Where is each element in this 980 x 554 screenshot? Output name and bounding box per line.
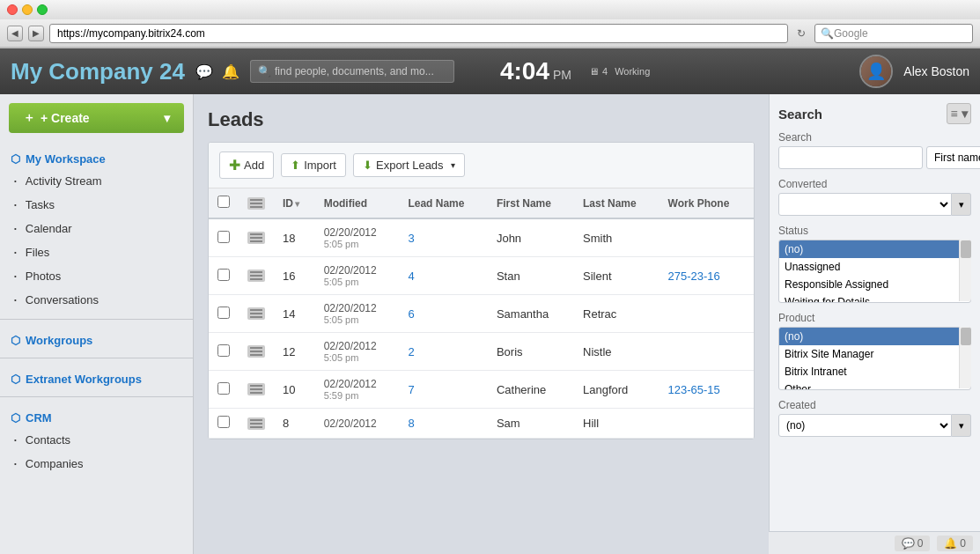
row-menu-button[interactable] (247, 270, 265, 282)
lead-name-link[interactable]: 4 (408, 270, 414, 283)
sidebar-item-crm[interactable]: ⬡ CRM (0, 404, 193, 428)
converted-select[interactable] (778, 193, 952, 216)
crm-label: CRM (26, 411, 52, 425)
created-dropdown-button[interactable]: ▾ (952, 414, 971, 437)
avatar[interactable]: 👤 (859, 55, 893, 88)
lead-name-link[interactable]: 6 (408, 307, 414, 321)
add-button[interactable]: ✚ Add (219, 151, 274, 179)
row-first-name: Catherine (488, 371, 574, 409)
table-row: 10 02/20/2012 5:59 pm 7 Catherine Langfo… (209, 371, 754, 409)
product-listbox-wrapper: (no) Bitrix Site Manager Bitrix Intranet… (778, 327, 971, 390)
url-bar[interactable]: https://mycompany.bitrix24.com (49, 24, 788, 43)
sidebar-item-conversations[interactable]: • Conversations (0, 288, 193, 312)
search-text-input[interactable] (778, 146, 923, 169)
close-button[interactable] (7, 4, 18, 15)
notifications-icon[interactable]: 🔔 (222, 63, 239, 80)
sidebar-item-tasks[interactable]: • Tasks (0, 193, 193, 217)
lead-name-link[interactable]: 7 (408, 383, 414, 396)
row-work-phone: 123-65-15 (659, 371, 754, 409)
row-checkbox-cell (209, 218, 239, 257)
search-field-select[interactable]: First name, l (926, 146, 980, 169)
row-checkbox[interactable] (217, 344, 230, 357)
table-menu-icon[interactable] (247, 197, 265, 210)
product-option-other[interactable]: Other (779, 380, 970, 389)
created-select[interactable]: (no) (778, 414, 952, 437)
row-checkbox[interactable] (217, 382, 230, 395)
converted-dropdown-button[interactable]: ▾ (952, 193, 971, 216)
row-checkbox[interactable] (217, 307, 230, 319)
forward-button[interactable]: ▶ (28, 26, 44, 41)
lead-name-link[interactable]: 8 (408, 417, 414, 430)
select-all-checkbox[interactable] (217, 196, 230, 208)
url-text: https://mycompany.bitrix24.com (57, 27, 205, 40)
extranet-label: Extranet Workgroups (26, 373, 142, 386)
row-checkbox[interactable] (217, 416, 230, 428)
notifications-counter[interactable]: 🔔 0 (937, 536, 973, 551)
row-checkbox[interactable] (217, 269, 230, 281)
row-menu-button[interactable] (247, 232, 265, 244)
contacts-label: Contacts (26, 433, 70, 447)
header-search-input[interactable]: 🔍 find people, documents, and mo... (250, 60, 454, 83)
menu-col-header (239, 188, 274, 218)
product-option-site-manager[interactable]: Bitrix Site Manager (779, 345, 970, 363)
sidebar-item-calendar[interactable]: • Calendar (0, 217, 193, 240)
phone-link[interactable]: 275-23-16 (668, 270, 720, 283)
row-id: 18 (274, 218, 315, 257)
row-menu-cell (239, 371, 274, 409)
product-listbox[interactable]: (no) Bitrix Site Manager Bitrix Intranet… (778, 327, 971, 390)
back-button[interactable]: ◀ (7, 26, 23, 41)
row-id: 16 (274, 257, 315, 295)
product-option-intranet[interactable]: Bitrix Intranet (779, 363, 970, 380)
status-option-unassigned[interactable]: Unassigned (779, 258, 970, 276)
sidebar-item-photos[interactable]: • Photos (0, 264, 193, 288)
leads-toolbar: ✚ Add ⬆ Import ⬇ Export Leads ▾ (209, 143, 754, 188)
status-scrollbar[interactable] (959, 240, 971, 301)
status-listbox[interactable]: (no) Unassigned Responsible Assigned Wai… (778, 240, 971, 303)
browser-chrome: ◀ ▶ https://mycompany.bitrix24.com ↻ 🔍 G… (0, 0, 980, 48)
refresh-button[interactable]: ↻ (793, 26, 809, 41)
export-button[interactable]: ⬇ Export Leads ▾ (353, 153, 465, 177)
product-scrollbar[interactable] (959, 327, 971, 388)
phone-link[interactable]: 123-65-15 (668, 383, 720, 396)
sidebar-item-activity-stream[interactable]: • Activity Stream (0, 169, 193, 193)
row-menu-button[interactable] (247, 307, 265, 320)
sidebar-item-workgroups[interactable]: ⬡ Workgroups (0, 327, 193, 351)
sort-arrow: ▾ (295, 199, 299, 209)
created-select-wrapper: (no) ▾ (778, 414, 971, 437)
row-menu-button[interactable] (247, 417, 265, 430)
sidebar-item-companies[interactable]: • Companies (0, 452, 193, 476)
id-col-header[interactable]: ID▾ (274, 188, 315, 218)
row-work-phone (659, 218, 754, 257)
sidebar-item-my-workspace[interactable]: ⬡ My Workspace (0, 145, 193, 169)
row-lead-name: 4 (399, 257, 488, 295)
row-modified: 02/20/2012 (315, 409, 400, 439)
browser-search-input[interactable]: 🔍 Google (814, 24, 973, 43)
row-menu-button[interactable] (247, 345, 265, 358)
working-status[interactable]: 🖥 4 Working (589, 66, 650, 77)
messages-icon[interactable]: 💬 (195, 63, 213, 80)
lead-name-link[interactable]: 2 (408, 345, 414, 358)
product-option-no[interactable]: (no) (779, 328, 970, 345)
messages-counter[interactable]: 💬 0 (895, 536, 931, 551)
status-option-responsible[interactable]: Responsible Assigned (779, 276, 970, 293)
row-menu-button[interactable] (247, 383, 265, 395)
status-listbox-wrapper: (no) Unassigned Responsible Assigned Wai… (778, 240, 971, 303)
sidebar-divider-1 (0, 319, 193, 320)
row-menu-cell (239, 218, 274, 257)
sidebar-item-files[interactable]: • Files (0, 240, 193, 264)
row-checkbox[interactable] (217, 231, 230, 243)
status-option-no[interactable]: (no) (779, 240, 970, 258)
maximize-button[interactable] (37, 4, 48, 15)
search-panel-menu-button[interactable]: ≡ ▾ (947, 103, 971, 124)
content-area: Leads ✚ Add ⬆ Import ⬇ Export Leads ▾ (194, 94, 769, 554)
sidebar-item-extranet-workgroups[interactable]: ⬡ Extranet Workgroups (0, 366, 193, 389)
minimize-button[interactable] (22, 4, 33, 15)
lead-name-link[interactable]: 3 (408, 232, 414, 245)
create-button[interactable]: ＋ + Create ▾ (9, 103, 184, 133)
import-button[interactable]: ⬆ Import (281, 153, 346, 177)
row-checkbox-cell (209, 257, 239, 295)
sidebar-item-contacts[interactable]: • Contacts (0, 428, 193, 452)
modified-col-header: Modified (315, 188, 400, 218)
status-option-waiting[interactable]: Waiting for Details (779, 293, 970, 302)
work-phone-col-header: Work Phone (659, 188, 754, 218)
